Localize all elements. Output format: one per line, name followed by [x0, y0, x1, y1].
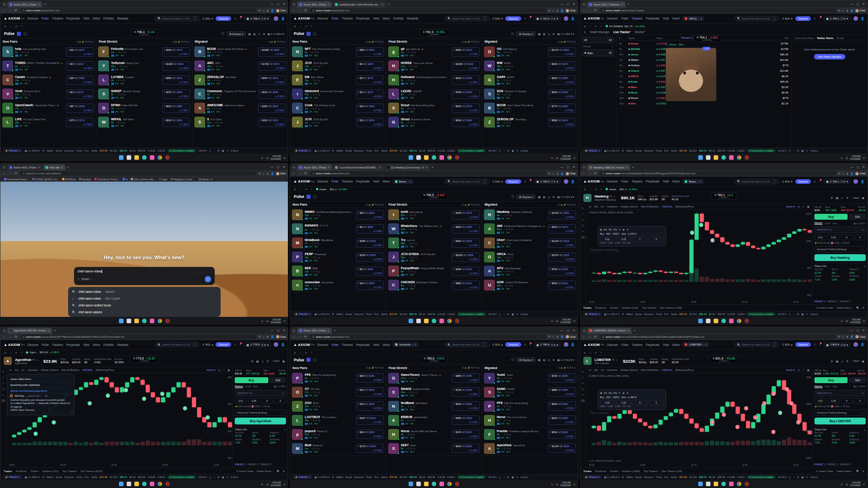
chart-tool-7[interactable]: MarketCap/Price: [96, 369, 114, 371]
order-tab-limit[interactable]: Limit: [825, 385, 830, 388]
price-chart[interactable]: O 258K H 291K L 244K C 248K (-3.8%)The L…: [586, 373, 812, 468]
taskbar-brave-icon[interactable]: [165, 319, 170, 323]
nav-item-yield[interactable]: Yield: [83, 17, 89, 20]
taskbar-chrome-icon[interactable]: [158, 319, 162, 323]
star-icon[interactable]: ☆: [589, 25, 592, 28]
token-search-input[interactable]: 🔍Search by token or CA.../: [734, 179, 779, 184]
token-metrics-box[interactable]: V $58 MC $30K≡ 0 SOL: [356, 47, 384, 57]
preset-tab-1[interactable]: PRESET 1: [814, 300, 825, 303]
erase-icon[interactable]: ⌫: [581, 399, 584, 402]
token-metrics-box[interactable]: V $140K MC $55K≡ 3 SOL: [548, 210, 576, 220]
taskbar-media-app-icon[interactable]: [729, 482, 734, 486]
layout-icon[interactable]: ▢: [499, 149, 501, 152]
buy-token-button[interactable]: Buy Hawking: [814, 254, 866, 261]
preset-amount-button[interactable]: 0.01: [814, 398, 826, 404]
token-row[interactable]: NNANAKOナナコ5s⌁ ⚲ ✕ ◎👥 1% · 9mV $8 MC $28K…: [290, 222, 385, 236]
column-filter-icons[interactable]: ↕ 5 ▦ ⚡ P2 P3 ⇄: [365, 203, 384, 206]
token-link-icons[interactable]: ⌁ ⚲ ✕ ◎: [405, 447, 415, 450]
token-metrics-box[interactable]: V $52K MC $37K≡ 1 SOL: [452, 104, 480, 113]
bell-icon[interactable]: ◔: [503, 476, 505, 478]
column-filter-icons[interactable]: ↕ 5 ▦ ⚡ P2 P3 ⇄: [557, 203, 576, 206]
window-maximize-button[interactable]: ▢: [277, 2, 280, 6]
popup-preset-tab[interactable]: P2: [609, 392, 612, 394]
token-link-icons[interactable]: ⌁ ⚲ ✕ ◎: [20, 51, 29, 54]
taskbar-edge-icon[interactable]: [721, 155, 726, 160]
nav-item-yield[interactable]: Yield: [663, 180, 669, 183]
chart-source-dropdown[interactable]: Axiom ▾: [786, 369, 795, 371]
statusbar-item-pnl[interactable]: PnL: [664, 313, 669, 315]
column-filter-icons[interactable]: ↕ 5 ▦ ⚡ P2 P3 ⇄: [557, 40, 576, 43]
new-tab-button[interactable]: +: [432, 165, 434, 169]
taskbar-media-app-icon[interactable]: [150, 155, 154, 160]
statusbar-item-alpha[interactable]: Alpha: [671, 149, 677, 152]
view-toggle-list[interactable]: [23, 32, 27, 36]
statusbar-item-alpha[interactable]: Alpha: [381, 149, 387, 152]
token-link-icons[interactable]: ⌁ ⚲ ✕ ◎: [309, 242, 319, 245]
nav-item-perpetuals[interactable]: Perpetuals: [356, 17, 370, 20]
token-row[interactable]: YYuttycoinKutty Coin45m⌁ ⚲ ✕ ◎👥 1% · 9mV…: [96, 59, 192, 73]
window-minimize-button[interactable]: —: [561, 329, 564, 332]
token-link-icons[interactable]: ⌁ ⚲ ✕ ◎: [407, 256, 417, 259]
taskbar-search-icon[interactable]: [416, 482, 421, 486]
token-link-icons[interactable]: ⌁ ⚲ ✕ ◎: [407, 228, 417, 231]
display-dropdown[interactable]: ≣ Display ▾: [516, 31, 536, 36]
chain-selector[interactable]: ≡SOL▾: [782, 180, 793, 183]
account-icon[interactable]: 👤: [571, 17, 575, 20]
deposit-button[interactable]: Deposit: [795, 16, 811, 21]
window-minimize-button[interactable]: —: [271, 329, 274, 332]
chart-tool-1[interactable]: 30s: [594, 369, 598, 371]
statusbar-item-discover[interactable]: Discover: [64, 149, 74, 152]
token-info-header[interactable]: Token Info⌄: [814, 428, 866, 431]
user-avatar[interactable]: [853, 342, 858, 347]
token-search-input[interactable]: 🔍Search by token or CA.../: [154, 342, 200, 347]
token-link-icons[interactable]: ⌁ ⚲ ✕ ◎: [310, 107, 320, 110]
swap-icon[interactable]: ⇄: [595, 25, 597, 28]
token-link-icons[interactable]: ⌁ ⚲ ✕ ◎: [501, 93, 511, 96]
bookmark-star-icon[interactable]: ☆: [842, 172, 844, 175]
downloads-icon[interactable]: ⬇: [556, 335, 558, 338]
bottom-tab-3[interactable]: Holders (1064): [622, 470, 640, 473]
nav-item-perpetuals[interactable]: Perpetuals: [646, 343, 659, 346]
chain-selector[interactable]: ≡SOL▾: [493, 17, 503, 20]
token-row[interactable]: SSHEEPElectric Sheep5h⌁ ⚲ ✕ ◎👥 1% · 9mV …: [96, 87, 192, 101]
statusbar-item-wallet[interactable]: Wallet: [46, 149, 53, 152]
window-close-button[interactable]: ✕: [283, 165, 285, 169]
statusbar-item-pulse[interactable]: Pulse: [656, 476, 662, 478]
extensions-icon[interactable]: ⧉: [838, 172, 840, 175]
advanced-strategy-row[interactable]: Advanced Trading Strategy⌄: [814, 409, 866, 416]
swap-icon[interactable]: ⇄: [595, 351, 597, 354]
gear-icon[interactable]: ⚙: [552, 358, 555, 361]
trendline-icon[interactable]: ╱: [2, 376, 4, 379]
taskbar-brave-icon[interactable]: [745, 155, 749, 160]
nav-item-vision[interactable]: Vision: [382, 343, 390, 346]
profile-icon[interactable]: 👤: [850, 172, 854, 175]
panel-rows-icon[interactable]: ▤: [253, 32, 256, 35]
bookmark-star-icon[interactable]: ☆: [842, 9, 844, 12]
nav-item-rewards[interactable]: Rewards: [117, 17, 128, 20]
token-metrics-box[interactable]: V $407 MC $31K≡ 0 SOL: [356, 415, 384, 425]
wallet-count-chip[interactable]: ▣ 1 ≡ 331.8 ▾: [315, 313, 330, 315]
statusbar-item-alpha[interactable]: Alpha: [381, 476, 387, 478]
token-link-icons[interactable]: ⌁ ⚲ ✕ ◎: [407, 391, 417, 394]
notifications-bell-icon[interactable]: ◔: [819, 343, 821, 346]
chat-extension-button[interactable]: Chat: [855, 9, 865, 12]
taskbar-chrome-icon[interactable]: [447, 155, 452, 160]
chart-tool-6[interactable]: USD/SOL: [661, 205, 672, 208]
tray-volume-icon[interactable]: ◁): [555, 156, 558, 159]
tab-close-icon[interactable]: ✕: [621, 3, 623, 6]
swap-icon[interactable]: ⇄: [305, 351, 307, 354]
token-metrics-box[interactable]: V $175 MC $29K≡ 0 SOL: [356, 444, 384, 453]
token-row[interactable]: TTryone try58m⌁ ⚲ ✕ ◎👥 1% · 9mV $60K MC …: [386, 236, 482, 250]
compass-icon[interactable]: ⟐: [600, 25, 602, 28]
notifications-icon[interactable]: ▭: [863, 156, 865, 159]
preset-pill[interactable]: ⚡ PRESET 1: [293, 475, 312, 479]
token-row[interactable]: FFelicettaFort Grace Cat2m⌁ ⚲ ✕ ◎👥 1% · …: [96, 45, 192, 59]
settings-gear-icon[interactable]: ⚙: [332, 313, 334, 315]
copy-icon[interactable]: ⧉: [612, 358, 614, 361]
alert-icon[interactable]: ⚠: [841, 360, 843, 363]
view-toggle-list[interactable]: [313, 358, 317, 362]
window-close-button[interactable]: ✕: [572, 329, 575, 332]
popup-preset-amount[interactable]: 0.25: [616, 400, 631, 405]
docs-link[interactable]: ≡ Docs: [520, 476, 528, 478]
token-metrics-box[interactable]: V $21 MC $28K≡ 0 SOL: [356, 118, 384, 127]
